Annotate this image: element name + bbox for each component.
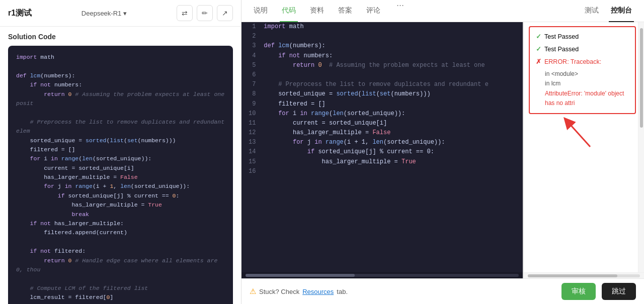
bottom-bar: ⚠ Stuck? Check Resources tab. 审核 跳过 [242,278,644,304]
table-row: 2 [242,32,523,41]
edit-button[interactable]: ✏ [197,5,213,21]
main-content: 1import math 2 3def lcm(numbers): 4 if n… [242,22,644,278]
table-row: 10 for i in range(len(sorted_unique)): [242,109,523,119]
stuck-text: ⚠ Stuck? Check Resources tab. [250,287,555,296]
app-title: r1测试 [8,8,32,19]
error-detail-attr: AttributeError: 'module' object has no a… [545,89,629,108]
share-button[interactable]: ↗ [217,5,233,21]
table-row: 4 if not numbers: [242,51,523,61]
table-row: 7 # Preprocess the list to remove duplic… [242,80,523,89]
table-row: 11 current = sorted_unique[i] [242,119,523,128]
test-results-box: ✓ Test Passed ✓ Test Passed ✗ ERROR: Tra… [529,26,636,114]
table-row: 6 [242,70,523,80]
table-row: 1import math [242,22,523,32]
tab-daan[interactable]: 答案 [336,0,354,22]
solution-code-section: Solution Code import math def lcm(number… [0,27,241,304]
tab-pinglun[interactable]: 评论 [364,0,382,22]
toolbar: ⇄ ✏ ↗ [177,5,233,21]
tab-shuoming[interactable]: 说明 [252,0,270,22]
left-panel: r1测试 Deepseek-R1 ▾ ⇄ ✏ ↗ Solution Code i… [0,0,242,304]
results-vertical-scrollbar[interactable] [638,22,644,272]
nav-right-tabs: 测试 控制台 [583,0,634,22]
tab-console[interactable]: 控制台 [609,0,634,22]
test-result-fail: ✗ ERROR: Traceback: [536,57,629,67]
error-detail-lcm: in lcm [545,79,629,88]
table-row: 16 [242,167,523,176]
error-detail-module: in <module> [545,69,629,79]
top-nav: 说明 代码 资料 答案 评论 ··· 测试 控制台 [242,0,644,22]
red-arrow-icon [560,114,605,149]
review-button[interactable]: 审核 [561,283,596,300]
stuck-label: Stuck? Check [259,288,299,295]
warning-icon: ⚠ [250,287,256,296]
model-name: Deepseek-R1 [82,10,122,17]
check-icon-1: ✓ [536,32,541,42]
table-row: 3def lcm(numbers): [242,41,523,51]
right-panel: 说明 代码 资料 答案 评论 ··· 测试 控制台 1import math 2… [242,0,644,304]
results-content: ✓ Test Passed ✓ Test Passed ✗ ERROR: Tra… [524,22,644,272]
chevron-down-icon: ▾ [123,10,127,17]
test-result-pass-1: ✓ Test Passed [536,32,629,42]
svg-line-1 [568,122,590,147]
table-row: 8 sorted_unique = sorted(list(set(number… [242,89,523,99]
table-row: 9 filtered = [] [242,99,523,109]
swap-button[interactable]: ⇄ [177,5,193,21]
left-header: r1测试 Deepseek-R1 ▾ ⇄ ✏ ↗ [0,0,241,27]
table-row: 5 return 0 # Assuming the problem expect… [242,61,523,70]
arrow-container [529,114,636,144]
tab-ziliao[interactable]: 资料 [308,0,326,22]
table-row: 12 has_larger_multiple = False [242,128,523,138]
more-tabs-icon[interactable]: ··· [392,0,408,22]
solution-code-block: import math def lcm(numbers): if not num… [8,46,233,304]
nav-tabs: 说明 代码 资料 答案 评论 ··· [252,0,583,22]
editor-table: 1import math 2 3def lcm(numbers): 4 if n… [242,22,523,176]
tab-daima[interactable]: 代码 [280,0,298,22]
cross-icon: ✗ [536,57,541,67]
test-passed-text-1: Test Passed [544,32,579,42]
results-panel: ✓ Test Passed ✓ Test Passed ✗ ERROR: Tra… [523,22,644,278]
solution-code-title: Solution Code [8,33,233,41]
model-selector[interactable]: Deepseek-R1 ▾ [82,10,127,17]
test-passed-text-2: Test Passed [544,45,579,54]
resources-link[interactable]: Resources [302,288,334,295]
check-icon-2: ✓ [536,45,541,54]
tab-test[interactable]: 测试 [583,0,601,22]
skip-button[interactable]: 跳过 [602,283,636,300]
test-result-pass-2: ✓ Test Passed [536,45,629,54]
table-row: 14 if sorted_unique[j] % current == 0: [242,147,523,157]
error-text: ERROR: Traceback: [544,57,601,67]
results-horizontal-scrollbar[interactable] [524,272,644,278]
tab-text: tab. [337,288,348,295]
editor-area: 1import math 2 3def lcm(numbers): 4 if n… [242,22,523,278]
table-row: 13 for j in range(i + 1, len(sorted_uniq… [242,138,523,147]
editor-scroll[interactable]: 1import math 2 3def lcm(numbers): 4 if n… [242,22,523,272]
editor-horizontal-scrollbar[interactable] [242,272,523,278]
table-row: 15 has_larger_multiple = True [242,157,523,167]
